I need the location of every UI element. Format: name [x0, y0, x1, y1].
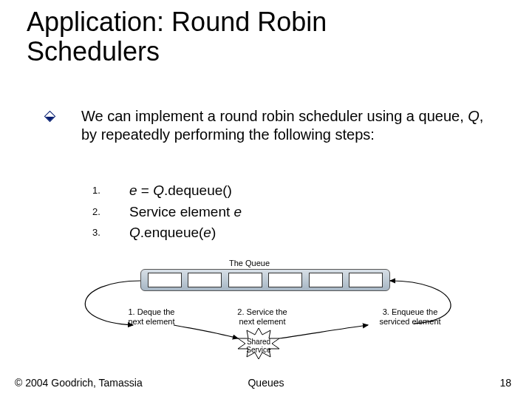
queue-cell	[309, 273, 343, 287]
step-num-3: 3.	[92, 222, 129, 244]
caption-3: 3. Enqueue the serviced element	[377, 307, 443, 326]
steps-list: 1. e = Q.dequeue() 2. Service element e …	[92, 180, 242, 244]
step1-eq: =	[137, 183, 154, 198]
step1-rest: .dequeue()	[164, 183, 232, 198]
caption-2: 2. Service the next element	[233, 307, 292, 326]
step3-e: e	[203, 225, 211, 240]
footer-page-number: 18	[499, 377, 511, 389]
step2-pre: Service element	[129, 204, 234, 219]
intro-q: Q	[468, 108, 480, 124]
step3-end: )	[211, 225, 216, 240]
queue-box	[140, 269, 390, 291]
intro-pre: We can implement a round robin scheduler…	[81, 108, 468, 124]
step2-e: e	[234, 204, 242, 219]
step-1: 1. e = Q.dequeue()	[92, 180, 242, 202]
shared-service-label: Shared Service	[236, 338, 281, 354]
step-2: 2. Service element e	[92, 202, 242, 223]
caption-1: 1. Deque the next element	[122, 307, 181, 326]
step1-Q: Q	[153, 183, 164, 198]
step1-e: e	[129, 183, 137, 198]
queue-cell	[188, 273, 222, 287]
step-num-2: 2.	[92, 202, 129, 223]
queue-cell	[268, 273, 302, 287]
intro-paragraph: We can implement a round robin scheduler…	[46, 107, 489, 144]
step-3: 3. Q.enqueue(e)	[92, 222, 242, 244]
slide-title: Application: Round Robin Schedulers	[27, 7, 507, 66]
step3-mid: .enqueue(	[140, 225, 204, 240]
step3-Q: Q	[129, 225, 140, 240]
slide: Application: Round Robin Schedulers We c…	[0, 0, 532, 399]
queue-label: The Queue	[229, 259, 270, 267]
queue-cell	[228, 273, 262, 287]
diagram: The Queue 1. Deque the next e	[0, 251, 532, 362]
queue-cell	[148, 273, 182, 287]
queue-cell	[349, 273, 383, 287]
footer-center: Queues	[0, 377, 532, 389]
step-num-1: 1.	[92, 180, 129, 202]
